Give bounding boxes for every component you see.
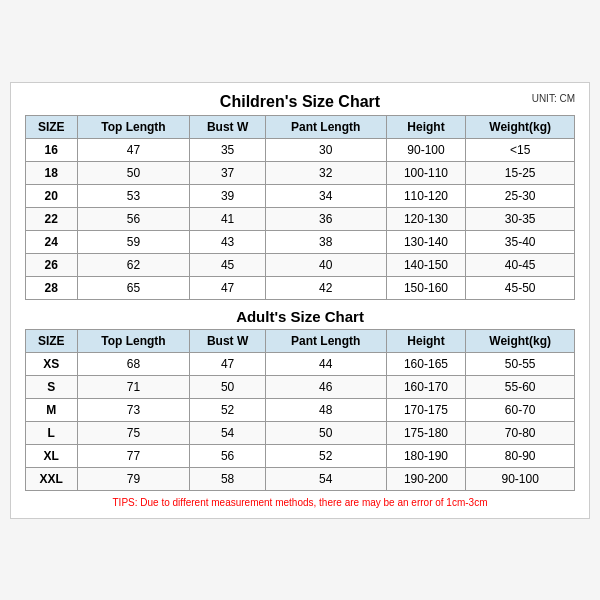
adult-title: Adult's Size Chart <box>25 302 575 329</box>
children-tbody: 1647353090-100<1518503732100-11015-25205… <box>26 138 575 299</box>
table-cell: 37 <box>190 161 265 184</box>
adult-header-row: SIZE Top Length Bust W Pant Length Heigh… <box>26 329 575 352</box>
table-cell: 50 <box>190 375 265 398</box>
table-cell: 46 <box>265 375 386 398</box>
table-cell: 71 <box>77 375 190 398</box>
table-cell: 160-165 <box>386 352 466 375</box>
table-cell: 56 <box>190 444 265 467</box>
table-cell: 40 <box>265 253 386 276</box>
table-cell: 38 <box>265 230 386 253</box>
table-cell: 48 <box>265 398 386 421</box>
table-cell: 24 <box>26 230 78 253</box>
children-col-size: SIZE <box>26 115 78 138</box>
table-cell: 59 <box>77 230 190 253</box>
table-cell: 130-140 <box>386 230 466 253</box>
table-row: 20533934110-12025-30 <box>26 184 575 207</box>
table-cell: 30 <box>265 138 386 161</box>
table-cell: 50 <box>77 161 190 184</box>
table-cell: 22 <box>26 207 78 230</box>
table-cell: 56 <box>77 207 190 230</box>
table-row: L755450175-18070-80 <box>26 421 575 444</box>
table-row: XL775652180-19080-90 <box>26 444 575 467</box>
table-cell: 100-110 <box>386 161 466 184</box>
table-cell: 62 <box>77 253 190 276</box>
table-cell: 190-200 <box>386 467 466 490</box>
table-row: 22564136120-13030-35 <box>26 207 575 230</box>
table-cell: 77 <box>77 444 190 467</box>
table-cell: 41 <box>190 207 265 230</box>
table-cell: 54 <box>265 467 386 490</box>
children-table: SIZE Top Length Bust W Pant Length Heigh… <box>25 115 575 300</box>
adult-col-toplength: Top Length <box>77 329 190 352</box>
children-title-text: Children's Size Chart <box>220 93 380 110</box>
table-cell: 90-100 <box>466 467 575 490</box>
table-cell: 150-160 <box>386 276 466 299</box>
table-row: 24594338130-14035-40 <box>26 230 575 253</box>
table-cell: 32 <box>265 161 386 184</box>
table-cell: XS <box>26 352 78 375</box>
children-col-bustw: Bust W <box>190 115 265 138</box>
table-cell: 90-100 <box>386 138 466 161</box>
table-cell: 55-60 <box>466 375 575 398</box>
children-col-height: Height <box>386 115 466 138</box>
table-row: 1647353090-100<15 <box>26 138 575 161</box>
table-cell: 25-30 <box>466 184 575 207</box>
table-cell: XL <box>26 444 78 467</box>
table-cell: 30-35 <box>466 207 575 230</box>
table-cell: 18 <box>26 161 78 184</box>
table-cell: M <box>26 398 78 421</box>
table-cell: 80-90 <box>466 444 575 467</box>
children-col-toplength: Top Length <box>77 115 190 138</box>
adult-col-size: SIZE <box>26 329 78 352</box>
tips-text: TIPS: Due to different measurement metho… <box>25 497 575 508</box>
table-cell: 70-80 <box>466 421 575 444</box>
table-cell: 120-130 <box>386 207 466 230</box>
table-cell: 180-190 <box>386 444 466 467</box>
table-cell: 16 <box>26 138 78 161</box>
table-cell: 75 <box>77 421 190 444</box>
table-cell: 43 <box>190 230 265 253</box>
children-title: Children's Size Chart UNIT: CM <box>25 93 575 111</box>
adult-col-pantlength: Pant Length <box>265 329 386 352</box>
table-row: XXL795854190-20090-100 <box>26 467 575 490</box>
adult-table: SIZE Top Length Bust W Pant Length Heigh… <box>25 329 575 491</box>
table-cell: 39 <box>190 184 265 207</box>
table-cell: 60-70 <box>466 398 575 421</box>
adult-tbody: XS684744160-16550-55S715046160-17055-60M… <box>26 352 575 490</box>
table-cell: 47 <box>190 352 265 375</box>
table-cell: 15-25 <box>466 161 575 184</box>
table-cell: 65 <box>77 276 190 299</box>
children-col-pantlength: Pant Length <box>265 115 386 138</box>
table-cell: 45 <box>190 253 265 276</box>
table-cell: 52 <box>190 398 265 421</box>
table-row: S715046160-17055-60 <box>26 375 575 398</box>
table-cell: 47 <box>77 138 190 161</box>
table-cell: 36 <box>265 207 386 230</box>
table-cell: 28 <box>26 276 78 299</box>
table-cell: 54 <box>190 421 265 444</box>
table-cell: XXL <box>26 467 78 490</box>
table-cell: 35 <box>190 138 265 161</box>
adult-title-text: Adult's Size Chart <box>236 308 364 325</box>
table-cell: 42 <box>265 276 386 299</box>
table-row: 26624540140-15040-45 <box>26 253 575 276</box>
table-cell: 73 <box>77 398 190 421</box>
table-cell: 53 <box>77 184 190 207</box>
chart-container: Children's Size Chart UNIT: CM SIZE Top … <box>10 82 590 519</box>
children-header-row: SIZE Top Length Bust W Pant Length Heigh… <box>26 115 575 138</box>
table-cell: 44 <box>265 352 386 375</box>
table-row: 18503732100-11015-25 <box>26 161 575 184</box>
table-cell: 140-150 <box>386 253 466 276</box>
table-cell: S <box>26 375 78 398</box>
table-cell: 79 <box>77 467 190 490</box>
table-cell: 175-180 <box>386 421 466 444</box>
unit-label: UNIT: CM <box>532 93 575 104</box>
table-cell: 52 <box>265 444 386 467</box>
table-cell: 110-120 <box>386 184 466 207</box>
table-cell: 170-175 <box>386 398 466 421</box>
table-cell: 40-45 <box>466 253 575 276</box>
table-cell: 50-55 <box>466 352 575 375</box>
table-cell: 50 <box>265 421 386 444</box>
table-cell: 20 <box>26 184 78 207</box>
table-row: 28654742150-16045-50 <box>26 276 575 299</box>
